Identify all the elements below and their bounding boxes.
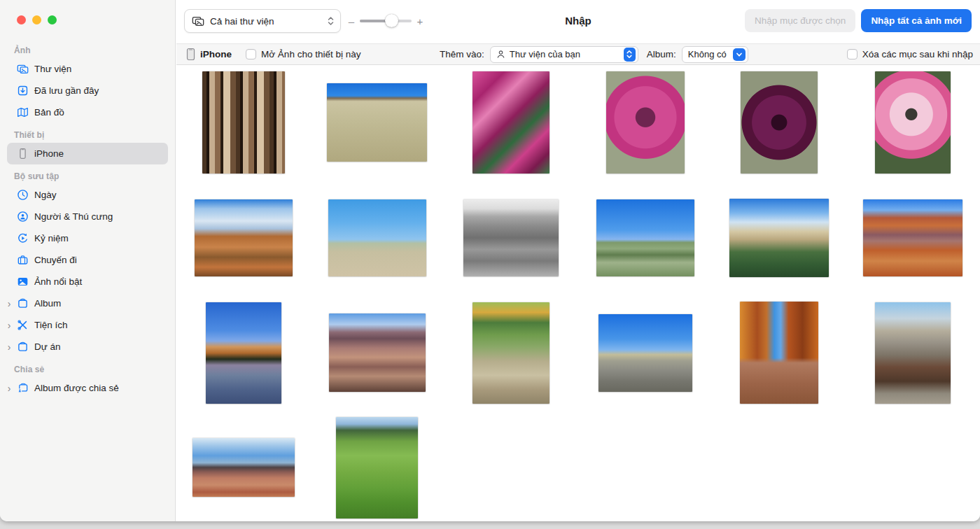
photo-thumbnail-white-domes-pines[interactable] bbox=[729, 199, 829, 277]
chevron-right-icon[interactable]: › bbox=[4, 383, 14, 393]
sidebar-item-label: Album được chia sẻ bbox=[34, 383, 119, 393]
trip-icon bbox=[17, 254, 29, 266]
photo-thumbnail-river-cliff-reflection[interactable] bbox=[206, 302, 281, 404]
photo-grid-row bbox=[176, 199, 980, 277]
device-import-bar: iPhone Mở Ảnh cho thiết bị này Thêm vào:… bbox=[176, 43, 980, 65]
sidebar-item-label: Album bbox=[34, 298, 61, 309]
memories-icon bbox=[17, 232, 29, 244]
clock-icon bbox=[17, 189, 29, 201]
photo-grid-cell bbox=[846, 71, 980, 174]
sidebar-item-label: Ảnh nổi bật bbox=[34, 276, 82, 287]
iphone-small-icon bbox=[186, 48, 195, 61]
map-icon bbox=[17, 106, 29, 118]
album-label: Album: bbox=[647, 49, 676, 59]
zoom-window-button[interactable] bbox=[48, 15, 57, 24]
photo-grid-cell bbox=[444, 71, 578, 174]
utilities-icon bbox=[17, 319, 29, 331]
sidebar-item-projects[interactable]: ›Dự án bbox=[7, 336, 168, 358]
photo-grid-cell bbox=[176, 302, 310, 404]
sidebar-item-shared-albums[interactable]: ›Album được chia sẻ bbox=[7, 377, 168, 399]
album-dropdown[interactable]: Không có bbox=[682, 46, 748, 63]
close-window-button[interactable] bbox=[17, 15, 26, 24]
photo-thumbnail-green-meadow[interactable] bbox=[336, 417, 418, 519]
sidebar-item-utilities[interactable]: ›Tiện ích bbox=[7, 314, 168, 336]
photo-grid-cell bbox=[444, 199, 578, 277]
delete-after-import-label: Xóa các mục sau khi nhập bbox=[862, 49, 973, 59]
sidebar-section-header: Thiết bị bbox=[0, 123, 175, 143]
photo-thumbnail-canyon-dirt-road[interactable] bbox=[740, 302, 818, 404]
sidebar-item-memories[interactable]: Kỷ niệm bbox=[7, 227, 168, 249]
photo-thumbnail-grand-canyon[interactable] bbox=[329, 313, 426, 392]
shared-icon bbox=[17, 382, 29, 394]
sidebar-item-days[interactable]: Ngày bbox=[7, 184, 168, 206]
sidebar-item-label: Tiện ích bbox=[34, 320, 68, 330]
chevron-down-icon bbox=[733, 48, 746, 61]
photo-thumbnail-pink-white-tulip[interactable] bbox=[875, 71, 951, 174]
album-icon bbox=[17, 341, 29, 353]
sidebar-section-header: Ảnh bbox=[0, 38, 175, 58]
photo-thumbnail-green-prairie[interactable] bbox=[596, 199, 694, 276]
chevron-right-icon[interactable]: › bbox=[4, 342, 14, 352]
photo-grid-cell bbox=[444, 302, 578, 404]
photo-grid-cell bbox=[712, 302, 846, 404]
photo-thumbnail-bw-badlands[interactable] bbox=[463, 199, 559, 276]
photo-thumbnail-hazy-desert-plain[interactable] bbox=[328, 199, 426, 276]
sidebar-item-label: Bản đồ bbox=[34, 107, 64, 118]
photo-thumbnail-grassy-butte[interactable] bbox=[327, 83, 427, 162]
delete-after-import-checkbox[interactable] bbox=[847, 49, 858, 59]
chevron-right-icon[interactable]: › bbox=[4, 299, 14, 309]
photo-thumbnail-purple-tulip[interactable] bbox=[741, 71, 818, 174]
sidebar: ẢnhThư việnĐã lưu gần đâyBản đồThiết bịi… bbox=[0, 0, 176, 521]
photo-thumbnail-painted-desert[interactable] bbox=[192, 438, 295, 497]
photo-grid-cell bbox=[712, 71, 846, 174]
photo-grid-cell bbox=[578, 199, 712, 277]
album-icon bbox=[17, 297, 29, 309]
photo-grid bbox=[176, 66, 980, 519]
photo-thumbnail-red-rock-cliffs[interactable] bbox=[863, 199, 962, 276]
photo-grid-row bbox=[176, 416, 980, 519]
chevron-right-icon[interactable]: › bbox=[4, 320, 14, 330]
sidebar-item-label: Ngày bbox=[34, 190, 57, 200]
photo-grid-cell bbox=[578, 71, 712, 174]
photo-grid-cell bbox=[176, 71, 310, 174]
sidebar-item-map[interactable]: Bản đồ bbox=[7, 101, 168, 123]
photo-thumbnail-desert-creek[interactable] bbox=[472, 302, 550, 404]
photo-grid-cell bbox=[846, 199, 980, 277]
featured-icon bbox=[17, 276, 29, 288]
minimize-window-button[interactable] bbox=[32, 15, 41, 24]
sidebar-item-library[interactable]: Thư viện bbox=[7, 58, 168, 80]
import-all-button[interactable]: Nhập tất cả ảnh mới bbox=[861, 9, 972, 32]
sidebar-item-featured-photos[interactable]: Ảnh nổi bật bbox=[7, 271, 168, 292]
import-selected-button[interactable]: Nhập mục được chọn bbox=[745, 9, 855, 32]
sidebar-item-trips[interactable]: Chuyến đi bbox=[7, 249, 168, 271]
photo-grid-cell bbox=[176, 416, 310, 519]
photo-thumbnail-tree-bark[interactable] bbox=[202, 71, 285, 174]
person-icon bbox=[17, 211, 29, 223]
chevron-up-down-icon bbox=[624, 48, 636, 62]
photo-grid-cell bbox=[578, 302, 712, 404]
sidebar-item-iphone[interactable]: iPhone bbox=[7, 143, 168, 164]
open-photos-checkbox[interactable] bbox=[246, 49, 256, 59]
photo-thumbnail-magenta-orchids[interactable] bbox=[472, 71, 550, 174]
photo-thumbnail-bryce-canyon-hoodoos[interactable] bbox=[195, 199, 293, 276]
sidebar-item-label: Thư viện bbox=[34, 64, 71, 74]
photo-thumbnail-desert-highway[interactable] bbox=[598, 314, 692, 392]
add-to-dropdown[interactable]: Thư viện của bạn bbox=[490, 46, 638, 63]
window-controls bbox=[0, 0, 175, 24]
sidebar-item-people-pets[interactable]: Người & Thú cưng bbox=[7, 206, 168, 227]
toolbar: Cả hai thư viện – + Nhập Nhập mục được c… bbox=[176, 0, 980, 43]
photo-thumbnail-pink-tulip[interactable] bbox=[606, 71, 685, 174]
add-to-value: Thư viện của bạn bbox=[510, 49, 618, 59]
sidebar-item-albums[interactable]: ›Album bbox=[7, 292, 168, 314]
sidebar-item-label: iPhone bbox=[34, 148, 64, 159]
photo-grid-cell bbox=[310, 199, 444, 277]
photo-thumbnail-petrified-wood[interactable] bbox=[875, 302, 951, 404]
sidebar-item-label: Chuyến đi bbox=[34, 255, 77, 265]
photo-grid-cell bbox=[310, 416, 444, 519]
saved-icon bbox=[17, 85, 29, 97]
sidebar-sections: ẢnhThư việnĐã lưu gần đâyBản đồThiết bịi… bbox=[0, 38, 175, 399]
add-to-label: Thêm vào: bbox=[440, 49, 484, 59]
sidebar-item-label: Dự án bbox=[34, 341, 61, 352]
photo-grid-cell bbox=[310, 71, 444, 174]
sidebar-item-recently-saved[interactable]: Đã lưu gần đây bbox=[7, 80, 168, 101]
